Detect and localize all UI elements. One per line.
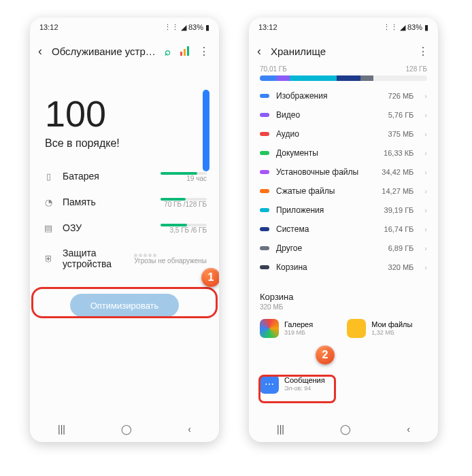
row-battery[interactable]: ▯ Батарея 19 час <box>38 163 211 189</box>
status-time: 13:12 <box>258 23 277 31</box>
score-value: 100 <box>45 92 204 135</box>
category-label: Аудио <box>276 129 382 139</box>
chevron-right-icon: › <box>420 92 427 100</box>
more-icon[interactable]: ⋮ <box>199 45 209 58</box>
messages-sub: Эл-ов: 94 <box>284 385 325 392</box>
back-icon[interactable]: ‹ <box>35 44 45 58</box>
category-label: Изображения <box>276 91 382 101</box>
chevron-right-icon: › <box>420 187 427 195</box>
trash-size: 320 МБ <box>260 303 427 311</box>
category-label: Система <box>276 224 377 234</box>
category-row[interactable]: Изображения726 МБ› <box>249 86 438 105</box>
device-care-list: ▯ Батарея 19 час ◔ Память 70 ГБ /128 ГБ … <box>30 163 219 276</box>
trash-item-messages[interactable]: ⋯ Сообщения Эл-ов: 94 <box>260 375 325 394</box>
signal-icon: ◢ <box>181 23 186 32</box>
gallery-icon <box>260 319 279 338</box>
battery-row-icon: ▯ <box>42 170 54 182</box>
wifi-icon: ⋮⋮ <box>164 23 179 32</box>
score-indicator <box>203 90 209 171</box>
security-meta: Угрозы не обнаружены <box>134 252 207 265</box>
recents-icon[interactable]: ||| <box>58 424 65 435</box>
chevron-right-icon: › <box>420 263 427 271</box>
search-icon[interactable]: ⌕ <box>165 46 171 57</box>
files-label: Мои файлы <box>371 320 412 329</box>
trash-item-gallery[interactable]: Галерея 319 МБ <box>260 319 313 338</box>
nav-bar: ||| ◯ ‹ <box>249 416 438 442</box>
category-label: Сжатые файлы <box>276 186 375 196</box>
home-icon[interactable]: ◯ <box>340 424 351 435</box>
category-row[interactable]: Документы16,33 КБ› <box>249 143 438 163</box>
back-nav-icon[interactable]: ‹ <box>407 424 410 435</box>
status-bar: 13:12 ⋮⋮ ◢ 83% ▮ <box>30 18 219 37</box>
row-storage[interactable]: ◔ Память 70 ГБ /128 ГБ <box>38 189 211 215</box>
trash-item-files[interactable]: Мои файлы 1,32 МБ <box>347 319 412 338</box>
category-color-icon <box>260 227 269 231</box>
back-icon[interactable]: ‹ <box>254 44 264 58</box>
wifi-icon: ⋮⋮ <box>383 23 398 32</box>
chevron-right-icon: › <box>420 244 427 252</box>
category-size: 34,42 МБ <box>382 168 414 176</box>
phone-left: 13:12 ⋮⋮ ◢ 83% ▮ ‹ Обслуживание устрой..… <box>30 18 219 442</box>
status-right: ⋮⋮ ◢ 83% ▮ <box>383 23 428 32</box>
security-label: Защита устройства <box>54 248 134 269</box>
battery-label: Батарея <box>54 171 161 182</box>
category-size: 320 МБ <box>388 263 414 271</box>
usage-bar <box>260 75 427 81</box>
storage-meta: 70 ГБ /128 ГБ <box>161 196 207 208</box>
header: ‹ Хранилище ⋮ <box>249 37 438 65</box>
ram-label: ОЗУ <box>54 222 161 233</box>
usage-summary: 70,01 ГБ 128 ГБ <box>249 65 438 73</box>
messages-icon: ⋯ <box>260 375 279 394</box>
battery-icon: ▮ <box>424 23 428 32</box>
chevron-right-icon: › <box>420 130 427 138</box>
category-row[interactable]: Видео5,76 ГБ› <box>249 105 438 124</box>
chevron-right-icon: › <box>420 168 427 176</box>
back-nav-icon[interactable]: ‹ <box>188 424 191 435</box>
messages-label: Сообщения <box>284 376 325 385</box>
category-color-icon <box>260 170 269 174</box>
category-color-icon <box>260 189 269 193</box>
category-size: 39,19 ГБ <box>384 206 414 214</box>
chevron-right-icon: › <box>420 149 427 157</box>
badge-1: 1 <box>201 268 219 287</box>
shield-icon: ⛨ <box>42 252 54 265</box>
status-time: 13:12 <box>39 23 58 31</box>
signal-icon: ◢ <box>400 23 405 32</box>
row-security[interactable]: ⛨ Защита устройства Угрозы не обнаружены <box>38 241 211 276</box>
battery-meta: 19 час <box>161 170 207 182</box>
home-icon[interactable]: ◯ <box>121 424 132 435</box>
nav-bar: ||| ◯ ‹ <box>30 416 219 442</box>
battery-percent: 83% <box>407 23 422 31</box>
trash-section: Корзина 320 МБ Галерея 319 МБ Мои файлы … <box>249 292 438 394</box>
storage-label: Память <box>54 197 161 207</box>
category-size: 6,89 ГБ <box>388 244 414 252</box>
category-row[interactable]: Приложения39,19 ГБ› <box>249 201 438 220</box>
category-label: Документы <box>276 148 377 158</box>
ram-meta: 3,5 ГБ /6 ГБ <box>161 222 207 234</box>
category-size: 16,74 ГБ <box>384 225 414 233</box>
gallery-sub: 319 МБ <box>284 329 313 337</box>
category-color-icon <box>260 151 269 155</box>
more-icon[interactable]: ⋮ <box>418 45 428 58</box>
hero: 100 Все в порядке! <box>30 65 219 163</box>
category-label: Видео <box>276 110 382 120</box>
stats-icon[interactable] <box>180 46 189 56</box>
category-row[interactable]: Аудио375 МБ› <box>249 124 438 143</box>
recents-icon[interactable]: ||| <box>277 424 284 435</box>
usage-used: 70,01 ГБ <box>260 65 287 73</box>
category-color-icon <box>260 94 269 98</box>
folder-icon <box>347 319 366 338</box>
optimize-button[interactable]: Оптимизировать <box>70 294 179 317</box>
row-ram[interactable]: ▤ ОЗУ 3,5 ГБ /6 ГБ <box>38 215 211 241</box>
chevron-right-icon: › <box>420 111 427 119</box>
trash-title: Корзина <box>260 292 427 302</box>
category-row[interactable]: Сжатые файлы14,27 МБ› <box>249 182 438 201</box>
category-row[interactable]: Корзина320 МБ› <box>249 258 438 277</box>
category-row[interactable]: Другое6,89 ГБ› <box>249 239 438 258</box>
header: ‹ Обслуживание устрой... ⌕ ⋮ <box>30 37 219 65</box>
storage-row-icon: ◔ <box>42 196 54 208</box>
gallery-label: Галерея <box>284 320 313 329</box>
category-row[interactable]: Установочные файлы34,42 МБ› <box>249 163 438 182</box>
category-color-icon <box>260 132 269 136</box>
category-row[interactable]: Система16,74 ГБ› <box>249 220 438 239</box>
